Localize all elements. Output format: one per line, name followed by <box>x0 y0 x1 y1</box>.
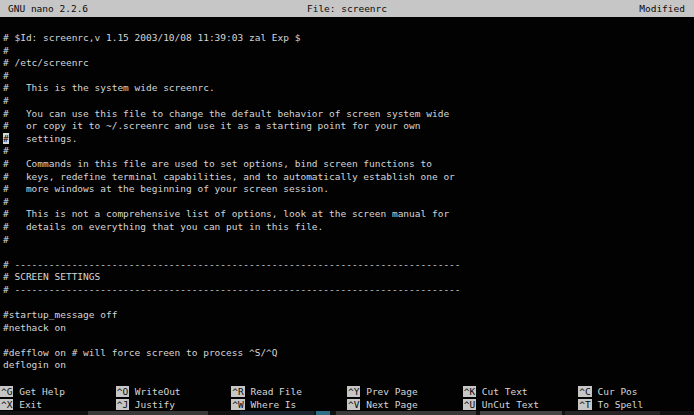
editor-line: #nethack on <box>3 322 461 335</box>
editor-line: # <box>3 95 461 108</box>
dock-fragment <box>480 411 562 415</box>
dock-fragment <box>240 411 314 415</box>
shortcut-label: Read File <box>245 386 302 397</box>
dock-fragment <box>565 411 660 415</box>
shortcut-item: ^C Cur Pos <box>578 385 694 398</box>
shortcut-item: ^T To Spell <box>578 398 694 411</box>
shortcut-row-2: ^X Exit^J Justify^W Where Is^V Next Page… <box>0 398 694 411</box>
shortcut-bar: ^G Get Help^O WriteOut^R Read File^Y Pre… <box>0 385 694 411</box>
shortcut-item: ^K Cut Text <box>463 385 579 398</box>
editor-line: # <box>3 45 461 58</box>
editor-line: #defflow on # will force screen to proce… <box>3 347 461 360</box>
shortcut-label: Next Page <box>360 399 417 410</box>
shortcut-item: ^X Exit <box>0 398 116 411</box>
shortcut-label: Cut Text <box>476 386 527 397</box>
shortcut-item: ^V Next Page <box>347 398 463 411</box>
shortcut-label: UnCut Text <box>476 399 539 410</box>
shortcut-label: Justify <box>129 399 175 410</box>
shortcut-key-chip: ^W <box>231 399 244 410</box>
editor-line <box>3 296 461 309</box>
editor-line: # $Id: screenrc,v 1.15 2003/10/08 11:39:… <box>3 32 461 45</box>
cropped-dock-strip <box>0 411 694 415</box>
editor-line: # --------------------------------------… <box>3 259 461 272</box>
editor-line <box>3 334 461 347</box>
shortcut-key-chip: ^O <box>116 386 129 397</box>
modified-badge: Modified <box>639 0 685 17</box>
text-cursor: # <box>3 133 9 144</box>
shortcut-key-chip: ^J <box>116 399 129 410</box>
shortcut-key-chip: ^Y <box>347 386 360 397</box>
editor-line: # Commands in this file are used to set … <box>3 158 461 171</box>
editor-line: # <box>3 234 461 247</box>
shortcut-label: Exit <box>13 399 42 410</box>
editor-line: # details on everything that you can put… <box>3 221 461 234</box>
shortcut-key-chip: ^V <box>347 399 360 410</box>
shortcut-label: Cur Pos <box>592 386 638 397</box>
shortcut-item: ^Y Prev Page <box>347 385 463 398</box>
editor-line: # This is not a comprehensive list of op… <box>3 208 461 221</box>
editor-line: # You can use this file to change the de… <box>3 108 461 121</box>
shortcut-label: Prev Page <box>360 386 417 397</box>
shortcut-item: ^G Get Help <box>0 385 116 398</box>
editor-line: # more windows at the beginning of your … <box>3 183 461 196</box>
editor-area[interactable]: # $Id: screenrc,v 1.15 2003/10/08 11:39:… <box>3 32 461 372</box>
shortcut-item: ^W Where Is <box>231 398 347 411</box>
editor-line: #startup_message off <box>3 309 461 322</box>
shortcut-row-1: ^G Get Help^O WriteOut^R Read File^Y Pre… <box>0 385 694 398</box>
shortcut-item: ^R Read File <box>231 385 347 398</box>
editor-line <box>3 246 461 259</box>
editor-line: # <box>3 145 461 158</box>
editor-line: deflogin on <box>3 359 461 372</box>
shortcut-item: ^O WriteOut <box>116 385 232 398</box>
editor-line: # <box>3 70 461 83</box>
nano-titlebar: GNU nano 2.2.6 File: screenrc Modified <box>0 0 694 17</box>
shortcut-key-chip: ^U <box>463 399 476 410</box>
dock-fragment <box>316 411 330 415</box>
shortcut-key-chip: ^K <box>463 386 476 397</box>
editor-line: # or copy it to ~/.screenrc and use it a… <box>3 120 461 133</box>
editor-line: # settings. <box>3 133 461 146</box>
shortcut-key-chip: ^C <box>578 386 591 397</box>
shortcut-key-chip: ^R <box>231 386 244 397</box>
shortcut-key-chip: ^T <box>578 399 591 410</box>
editor-line: # --------------------------------------… <box>3 284 461 297</box>
shortcut-label: WriteOut <box>129 386 180 397</box>
dock-fragment <box>336 411 476 415</box>
editor-line: # SCREEN SETTINGS <box>3 271 461 284</box>
file-name-title: File: screenrc <box>0 0 694 17</box>
terminal-window[interactable]: GNU nano 2.2.6 File: screenrc Modified #… <box>0 0 694 415</box>
shortcut-item: ^J Justify <box>116 398 232 411</box>
editor-line: # keys, redefine terminal capabilities, … <box>3 171 461 184</box>
editor-line: # <box>3 196 461 209</box>
shortcut-label: Where Is <box>245 399 296 410</box>
editor-line: # This is the system wide screenrc. <box>3 82 461 95</box>
dock-fragment <box>88 411 208 415</box>
shortcut-key-chip: ^G <box>0 386 13 397</box>
editor-line: # /etc/screenrc <box>3 57 461 70</box>
shortcut-item: ^U UnCut Text <box>463 398 579 411</box>
shortcut-label: Get Help <box>13 386 64 397</box>
shortcut-label: To Spell <box>592 399 643 410</box>
shortcut-key-chip: ^X <box>0 399 13 410</box>
